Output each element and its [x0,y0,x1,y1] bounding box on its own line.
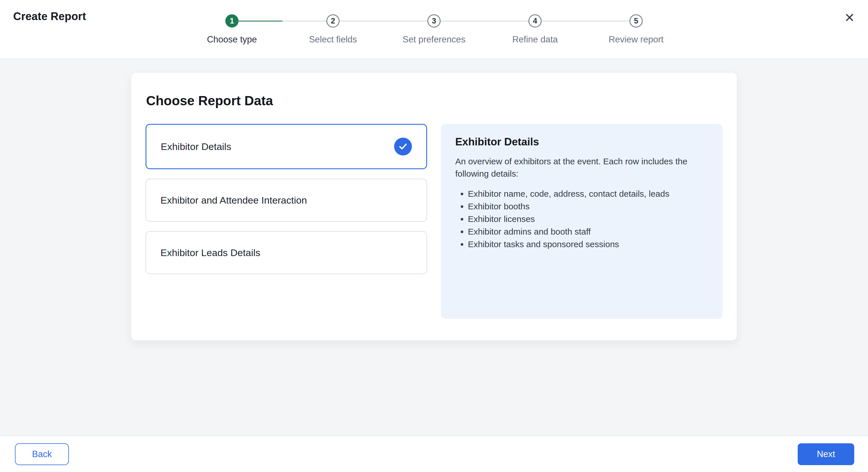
option-label: Exhibitor Leads Details [160,247,260,258]
bullet-item: Exhibitor licenses [468,213,708,225]
step-label: Review report [609,34,663,45]
bullet-item: Exhibitor name, code, address, contact d… [468,188,708,200]
option-detail-panel: Exhibitor Details An overview of exhibit… [441,124,722,319]
step-connector [340,21,427,22]
bullet-item: Exhibitor tasks and sponsored sessions [468,238,708,250]
step-label: Select fields [309,34,357,45]
step-number-badge: 3 [427,14,441,28]
step-number-badge: 5 [629,14,643,28]
option-exhibitor-attendee-interaction[interactable]: Exhibitor and Attendee Interaction [146,179,427,222]
bullet-item: Exhibitor admins and booth staff [468,226,708,238]
choose-report-data-card: Choose Report Data Exhibitor Details Exh… [131,73,737,340]
step-connector [441,21,528,22]
step-connector [239,21,327,22]
wizard-stepper: 1 Choose type 2 Select fields 3 Set pref… [225,14,643,28]
step-label: Choose type [207,34,257,45]
option-label: Exhibitor and Attendee Interaction [160,195,307,206]
step-label: Refine data [513,34,558,45]
step-number-badge: 4 [528,14,541,28]
detail-panel-description: An overview of exhibitors at the event. … [455,156,708,180]
step-connector-progress [239,21,282,22]
footer: Back Next [0,436,868,472]
page-title: Create Report [13,10,86,23]
option-label: Exhibitor Details [161,141,231,152]
step-select-fields[interactable]: 2 Select fields [327,14,340,28]
step-refine-data[interactable]: 4 Refine data [528,14,541,28]
step-number-badge: 1 [225,14,239,28]
step-number-badge: 2 [327,14,340,28]
detail-panel-bullet-list: Exhibitor name, code, address, contact d… [455,188,708,250]
header: Create Report 1 Choose type 2 Select fie… [0,0,868,59]
check-icon [394,138,412,156]
option-exhibitor-details[interactable]: Exhibitor Details [146,124,427,169]
step-review-report[interactable]: 5 Review report [629,14,643,28]
bullet-item: Exhibitor booths [468,200,708,212]
create-report-modal: Create Report 1 Choose type 2 Select fie… [0,0,868,472]
main-area: Choose Report Data Exhibitor Details Exh… [0,59,868,436]
step-choose-type[interactable]: 1 Choose type [225,14,239,28]
option-exhibitor-leads-details[interactable]: Exhibitor Leads Details [146,231,427,274]
step-set-preferences[interactable]: 3 Set preferences [427,14,441,28]
card-title: Choose Report Data [146,93,722,108]
step-connector [541,21,629,22]
card-columns: Exhibitor Details Exhibitor and Attendee… [146,124,722,319]
detail-panel-title: Exhibitor Details [455,136,708,148]
back-button[interactable]: Back [15,443,69,465]
next-button[interactable]: Next [798,443,854,465]
report-type-options: Exhibitor Details Exhibitor and Attendee… [146,124,427,319]
step-label: Set preferences [403,34,466,45]
close-icon[interactable]: ✕ [844,11,855,24]
